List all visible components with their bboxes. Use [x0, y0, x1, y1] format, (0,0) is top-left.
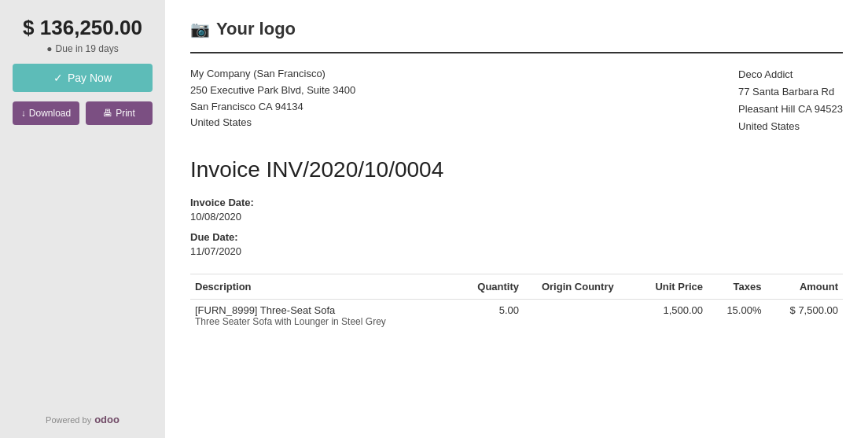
header-amount: Amount — [766, 274, 843, 300]
table-body: [FURN_8999] Three-Seat Sofa Three Seater… — [190, 300, 843, 333]
invoice-date-value: 10/08/2020 — [190, 211, 241, 223]
print-label: Print — [116, 108, 135, 119]
company-address-line2: San Francisco CA 94134 — [190, 99, 355, 116]
sidebar: $ 136,250.00 ● Due in 19 days ✓ Pay Now … — [0, 0, 165, 438]
company-address-line1: 250 Executive Park Blvd, Suite 3400 — [190, 83, 355, 99]
pay-now-button[interactable]: ✓ Pay Now — [13, 64, 153, 92]
due-date-label: Due Date: — [190, 231, 238, 243]
powered-by-text: Powered by — [46, 415, 91, 425]
header-taxes: Taxes — [708, 274, 766, 300]
invoice-amount: $ 136,250.00 — [13, 16, 153, 40]
due-date-row: Due Date: 11/07/2020 — [190, 230, 843, 258]
header-unit-price: Unit Price — [632, 274, 708, 300]
due-label: ● Due in 19 days — [13, 43, 153, 54]
due-text: Due in 19 days — [56, 43, 119, 54]
due-date-value: 11/07/2020 — [190, 245, 241, 257]
billing-address-line2: Pleasant Hill CA 94523 — [738, 101, 843, 118]
action-buttons: ↓ Download 🖶 Print — [13, 101, 153, 125]
download-icon: ↓ — [21, 108, 26, 119]
invoice-meta: Invoice Date: 10/08/2020 Due Date: 11/07… — [190, 195, 843, 258]
invoice-title: Invoice INV/2020/10/0004 — [190, 157, 843, 182]
table-row: [FURN_8999] Three-Seat Sofa Three Seater… — [190, 300, 843, 333]
company-country: United States — [190, 115, 355, 131]
invoice-date-label: Invoice Date: — [190, 197, 254, 208]
print-button[interactable]: 🖶 Print — [86, 101, 153, 125]
header-description: Description — [190, 274, 456, 300]
odoo-logo: odoo — [94, 414, 120, 425]
main-content: 📷 Your logo My Company (San Francisco) 2… — [165, 0, 868, 438]
pay-now-icon: ✓ — [53, 72, 63, 84]
billing-name: Deco Addict — [738, 66, 843, 83]
company-logo: 📷 Your logo — [190, 19, 296, 39]
pay-now-label: Pay Now — [68, 72, 112, 84]
download-label: Download — [29, 108, 71, 119]
cell-unit-price: 1,500.00 — [632, 300, 708, 333]
logo-text: Your logo — [216, 19, 296, 39]
clock-icon: ● — [46, 43, 52, 54]
cell-taxes: 15.00% — [708, 300, 766, 333]
company-header: 📷 Your logo — [190, 19, 843, 53]
billing-address: Deco Addict 77 Santa Barbara Rd Pleasant… — [738, 66, 843, 135]
download-button[interactable]: ↓ Download — [13, 101, 79, 125]
company-name: My Company (San Francisco) — [190, 66, 355, 83]
invoice-table: Description Quantity Origin Country Unit… — [190, 274, 843, 332]
company-address: My Company (San Francisco) 250 Executive… — [190, 66, 355, 138]
amount-section: $ 136,250.00 ● Due in 19 days — [13, 16, 153, 54]
billing-address-line1: 77 Santa Barbara Rd — [738, 83, 843, 101]
camera-icon: 📷 — [190, 20, 210, 39]
billing-country: United States — [738, 118, 843, 135]
print-icon: 🖶 — [103, 108, 112, 119]
powered-by: Powered by odoo — [46, 414, 120, 425]
invoice-date-row: Invoice Date: 10/08/2020 — [190, 195, 843, 223]
cell-quantity: 5.00 — [456, 300, 524, 333]
header-quantity: Quantity — [456, 274, 524, 300]
cell-amount: $ 7,500.00 — [766, 300, 843, 333]
cell-description: [FURN_8999] Three-Seat Sofa Three Seater… — [190, 300, 456, 333]
header-origin-country: Origin Country — [524, 274, 632, 300]
billing-section: Deco Addict 77 Santa Barbara Rd Pleasant… — [738, 66, 843, 135]
cell-origin-country — [524, 300, 632, 333]
